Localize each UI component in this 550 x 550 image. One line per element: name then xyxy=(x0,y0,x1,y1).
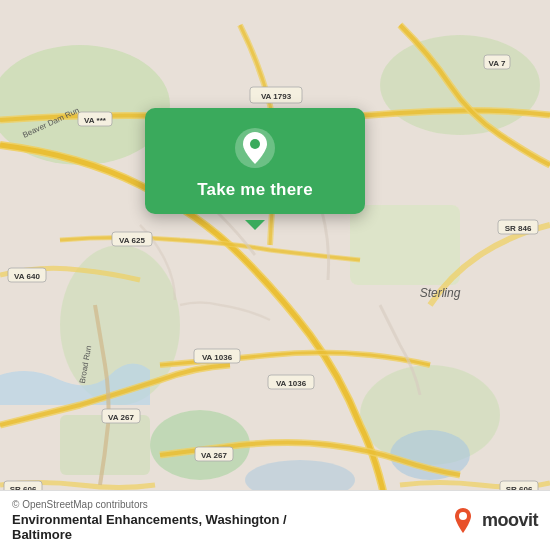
svg-text:VA 7: VA 7 xyxy=(489,59,506,68)
location-subtitle: Baltimore xyxy=(12,527,287,542)
attribution-left: © OpenStreetMap contributors Environment… xyxy=(12,499,287,542)
svg-point-39 xyxy=(459,512,467,520)
svg-text:VA 1793: VA 1793 xyxy=(261,92,292,101)
svg-text:VA 267: VA 267 xyxy=(108,413,134,422)
svg-text:VA 1036: VA 1036 xyxy=(276,379,307,388)
map-container: VA 1793 VA 625 VA 640 VA 1036 VA 1036 VA… xyxy=(0,0,550,550)
moovit-pin-icon xyxy=(448,506,478,536)
svg-point-2 xyxy=(380,35,540,135)
take-me-there-label: Take me there xyxy=(197,180,313,200)
svg-rect-4 xyxy=(350,205,460,285)
svg-text:VA 640: VA 640 xyxy=(14,272,40,281)
location-title: Environmental Enhancements, Washington / xyxy=(12,512,287,527)
tooltip-card[interactable]: Take me there xyxy=(145,108,365,214)
osm-attribution: © OpenStreetMap contributors xyxy=(12,499,287,510)
moovit-logo: moovit xyxy=(448,506,538,536)
location-pin-icon xyxy=(233,126,277,170)
svg-text:Sterling: Sterling xyxy=(420,286,461,300)
attribution-bar: © OpenStreetMap contributors Environment… xyxy=(0,490,550,550)
svg-text:VA 1036: VA 1036 xyxy=(202,353,233,362)
svg-text:VA 625: VA 625 xyxy=(119,236,145,245)
svg-text:SR 846: SR 846 xyxy=(505,224,532,233)
svg-point-38 xyxy=(250,139,260,149)
svg-text:VA 267: VA 267 xyxy=(201,451,227,460)
svg-text:VA ***: VA *** xyxy=(84,116,107,125)
moovit-label: moovit xyxy=(482,510,538,531)
